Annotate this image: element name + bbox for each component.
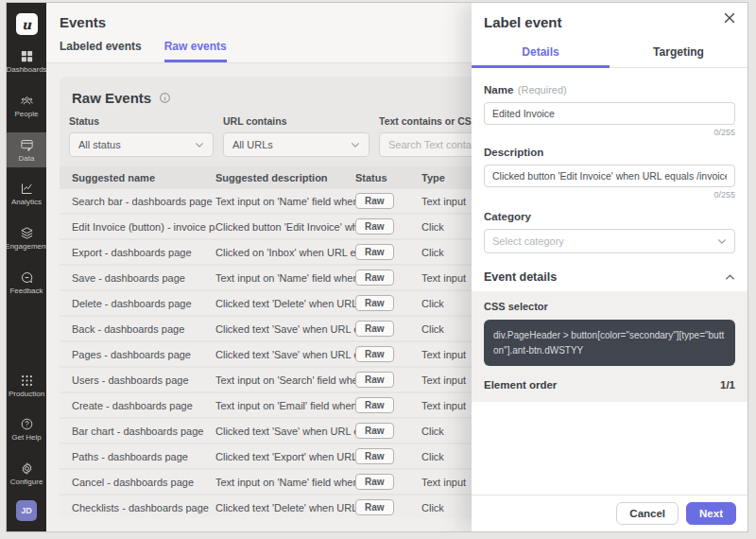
status-badge[interactable]: Raw [355,321,394,337]
category-placeholder: Select category [492,235,564,247]
dashboards-icon [20,49,34,63]
element-order-value: 1/1 [720,379,735,391]
card-title: Raw Events [72,90,151,106]
element-order-label: Element order [484,379,557,391]
description-label: Description [484,147,543,158]
url-filter-label: URL contains [223,115,369,127]
name-field[interactable] [484,102,735,125]
name-required-hint: (Required) [518,84,567,96]
help-icon [20,417,34,431]
status-badge[interactable]: Raw [355,270,394,286]
status-select-value: All status [78,139,121,150]
row-description: Text input on 'Name' field when... [215,272,355,284]
row-description: Text input on 'Email' field when... [215,400,355,411]
sidebar-item-label: People [15,111,39,119]
row-description: Clicked button 'Edit Invoice' whe... [215,221,355,233]
status-badge[interactable]: Raw [355,295,394,311]
sidebar-item-feedback[interactable]: Feedback [7,265,46,301]
row-name: Create - dashboards page [72,400,215,411]
panel-title: Label event [472,3,747,30]
app-window: u Dashboards People Data Analytics Engag… [6,2,748,532]
row-name: Pages - dashboards page [72,349,215,360]
engagement-icon [20,226,34,240]
row-description: Clicked text 'Save' when URL eq... [215,349,355,360]
user-avatar[interactable]: JD [16,500,37,521]
status-badge[interactable]: Raw [355,218,394,235]
sidebar-item-label: Configure [10,478,43,487]
url-select[interactable]: All URLs [223,132,369,157]
sidebar-item-configure[interactable]: Configure [7,456,46,492]
column-suggested-description: Suggested description [215,172,355,183]
row-name: Save - dashboards page [72,272,215,284]
row-description: Clicked text 'Delete' when URL e... [215,298,355,309]
status-badge[interactable]: Raw [355,244,394,260]
info-icon[interactable] [159,92,171,104]
sidebar-item-dashboards[interactable]: Dashboards [7,43,46,79]
status-badge[interactable]: Raw [355,193,394,209]
next-button[interactable]: Next [686,502,736,525]
name-char-counter: 0/255 [484,128,735,137]
sidebar-item-get-help[interactable]: Get Help [7,411,46,447]
userpilot-logo[interactable]: u [16,13,38,35]
sidebar-item-label: Engagement [6,243,48,252]
production-grid-icon [20,374,34,388]
avatar-initials: JD [21,506,32,515]
sidebar-item-people[interactable]: People [7,88,46,124]
row-name: Export - dashboards page [72,247,215,258]
description-char-counter: 0/255 [484,190,735,200]
category-label: Category [484,211,531,222]
cancel-button[interactable]: Cancel [616,502,679,525]
description-field[interactable] [484,165,735,187]
feedback-icon [20,270,34,285]
row-description: Text input on 'Name' field when... [215,477,355,488]
people-icon [20,94,34,108]
row-description: Text input on 'Search' field whe... [215,374,355,386]
row-name: Paths - dashboards page [72,451,215,462]
url-filter: URL contains All URLs [223,115,369,157]
css-selector-value: div.PageHeader > button[color="secondary… [484,320,735,366]
name-field-group: Name (Required) 0/255 [472,80,747,137]
sidebar-item-data[interactable]: Data [7,132,46,168]
label-event-panel: Label event Details Targeting Name (Requ… [472,3,747,531]
status-badge[interactable]: Raw [355,448,394,464]
tab-raw-events[interactable]: Raw events [164,40,227,62]
status-badge[interactable]: Raw [355,474,394,490]
row-description: Text input on 'Name' field when... [215,196,355,207]
chevron-down-icon [195,142,204,148]
row-name: Bar chart - dashboards page [72,426,215,437]
sidebar-item-analytics[interactable]: Analytics [7,176,46,212]
close-icon[interactable] [722,11,737,26]
logo-letter: u [22,17,31,32]
event-details-header[interactable]: Event details [472,270,747,284]
row-name: Delete - dashboards page [72,298,215,309]
tab-details[interactable]: Details [472,38,610,68]
status-select[interactable]: All status [69,132,214,157]
tab-labeled-events[interactable]: Labeled events [60,40,142,62]
status-filter-label: Status [69,115,214,127]
analytics-icon [20,182,34,196]
tab-targeting[interactable]: Targeting [610,38,747,68]
chevron-down-icon [717,238,727,245]
row-description: Clicked text 'Delete' when URL e... [215,502,355,513]
sidebar-item-engagement[interactable]: Engagement [7,220,46,256]
sidebar-item-label: Feedback [9,287,43,296]
sidebar: u Dashboards People Data Analytics Engag… [7,3,46,531]
status-badge[interactable]: Raw [355,346,394,362]
sidebar-item-label: Dashboards [6,66,46,75]
status-badge[interactable]: Raw [355,423,394,439]
description-field-group: Description 0/255 [472,143,747,200]
panel-tabs: Details Targeting [472,38,747,68]
category-field-group: Category Select category [472,207,747,253]
event-details-heading: Event details [484,270,557,284]
name-label: Name [484,84,513,96]
status-badge[interactable]: Raw [355,499,394,515]
category-select[interactable]: Select category [484,229,735,253]
sidebar-item-label: Analytics [11,199,42,207]
status-badge[interactable]: Raw [355,397,394,413]
status-badge[interactable]: Raw [355,372,394,388]
row-description: Clicked text 'Export' when URL e... [215,451,355,462]
sidebar-item-production[interactable]: Production [7,368,46,404]
row-description: Clicked text 'Save' when URL eq... [215,426,355,437]
panel-footer: Cancel Next [472,495,747,531]
row-description: Clicked text 'Save' when URL eq... [215,323,355,335]
